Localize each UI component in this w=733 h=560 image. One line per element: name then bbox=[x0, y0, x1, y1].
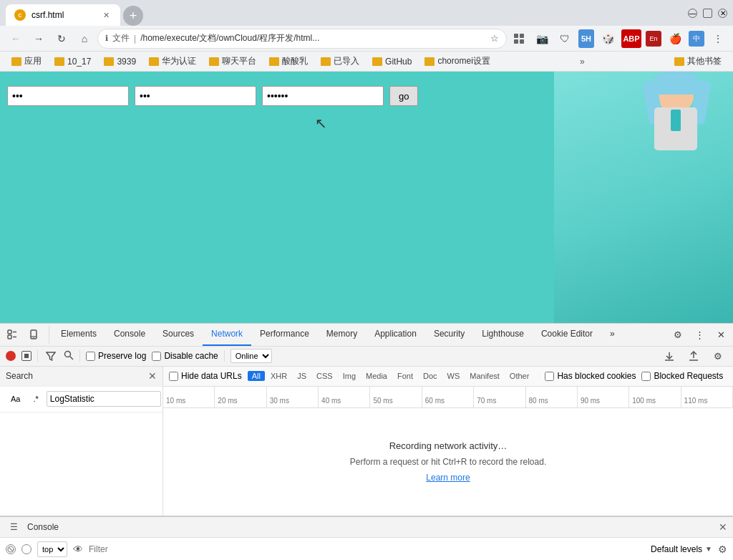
hide-data-urls-input[interactable] bbox=[169, 372, 178, 381]
network-settings-button[interactable]: ⚙ bbox=[709, 347, 727, 365]
devtools-device-button[interactable] bbox=[24, 325, 43, 344]
console-escape-button[interactable]: ☰ bbox=[6, 519, 21, 535]
bookmark-github[interactable]: GitHub bbox=[366, 55, 417, 68]
bookmark-10-17[interactable]: 10_17 bbox=[49, 55, 97, 68]
back-button[interactable]: ← bbox=[6, 29, 26, 49]
tab-more[interactable]: » bbox=[601, 323, 623, 346]
console-filter-input[interactable] bbox=[89, 541, 645, 557]
bookmark-other[interactable]: 其他书签 bbox=[669, 54, 727, 69]
tab-sources[interactable]: Sources bbox=[154, 323, 203, 346]
tab-close-button[interactable]: ✕ bbox=[100, 9, 112, 21]
ext-4-icon[interactable]: ABP bbox=[621, 29, 641, 48]
record-button[interactable] bbox=[6, 351, 16, 361]
star-icon[interactable]: ☆ bbox=[490, 33, 499, 44]
stop-button[interactable] bbox=[21, 351, 31, 361]
console-close-button[interactable]: ✕ bbox=[719, 521, 727, 533]
search-panel-close[interactable]: ✕ bbox=[148, 370, 157, 382]
new-tab-button[interactable]: + bbox=[123, 6, 143, 26]
forward-button[interactable]: → bbox=[29, 29, 49, 49]
tick-70ms: 70 ms bbox=[474, 387, 525, 407]
search-input[interactable] bbox=[47, 391, 161, 407]
console-eye-icon[interactable]: 👁 bbox=[73, 544, 83, 555]
has-blocked-cookies-checkbox[interactable]: Has blocked cookies bbox=[545, 371, 636, 381]
tab-performance[interactable]: Performance bbox=[251, 323, 318, 346]
filter-css[interactable]: CSS bbox=[312, 371, 337, 381]
bookmark-chrome-settings[interactable]: choromei设置 bbox=[419, 54, 495, 69]
ext-5h-icon[interactable]: 5H bbox=[578, 29, 594, 48]
form-input-1[interactable] bbox=[7, 86, 129, 106]
reload-button[interactable]: ↻ bbox=[52, 29, 72, 49]
folder-icon bbox=[104, 57, 114, 66]
tab-bar: C csrf.html ✕ + bbox=[6, 0, 143, 26]
console-context-select[interactable]: top bbox=[37, 541, 67, 557]
regex-button[interactable]: .* bbox=[28, 392, 43, 405]
export-button[interactable] bbox=[684, 347, 703, 365]
bookmark-imported[interactable]: 已导入 bbox=[315, 54, 365, 69]
tab-application[interactable]: Application bbox=[366, 323, 425, 346]
devtools-more-button[interactable]: ⋮ bbox=[690, 325, 709, 344]
filter-other[interactable]: Other bbox=[505, 371, 534, 381]
tab-network[interactable]: Network bbox=[203, 323, 251, 346]
disable-cache-input[interactable] bbox=[152, 352, 161, 361]
maximize-button[interactable] bbox=[703, 9, 712, 18]
tab-cookie-editor[interactable]: Cookie Editor bbox=[533, 323, 601, 346]
preserve-log-input[interactable] bbox=[86, 352, 95, 361]
tab-memory[interactable]: Memory bbox=[318, 323, 366, 346]
filter-font[interactable]: Font bbox=[393, 371, 417, 381]
ext-6-icon[interactable]: 🍎 bbox=[666, 29, 684, 48]
filter-doc[interactable]: Doc bbox=[419, 371, 442, 381]
throttling-select[interactable]: Online bbox=[230, 349, 272, 363]
filter-ws[interactable]: WS bbox=[443, 371, 465, 381]
console-stop-button[interactable] bbox=[21, 544, 31, 554]
form-input-3[interactable] bbox=[262, 86, 384, 106]
active-tab[interactable]: C csrf.html ✕ bbox=[6, 4, 120, 26]
bookmarks-more-button[interactable]: » bbox=[576, 55, 589, 68]
has-blocked-cookies-input[interactable] bbox=[545, 372, 554, 381]
bookmark-suansuanru[interactable]: 酸酸乳 bbox=[263, 54, 314, 69]
match-case-button[interactable]: Aa bbox=[6, 392, 25, 405]
filter-all[interactable]: All bbox=[248, 371, 265, 381]
devtools-inspect-button[interactable] bbox=[3, 325, 21, 344]
bookmark-huawei[interactable]: 华为认证 bbox=[143, 54, 202, 69]
learn-more-link[interactable]: Learn more bbox=[426, 473, 470, 483]
blocked-requests-checkbox[interactable]: Blocked Requests bbox=[641, 371, 723, 381]
devtools-close-button[interactable]: ✕ bbox=[712, 325, 730, 344]
ext-more-icon[interactable]: ⋮ bbox=[709, 29, 727, 48]
ext-2-icon[interactable]: 🛡 bbox=[555, 29, 574, 48]
console-clear-button[interactable] bbox=[6, 544, 16, 554]
bookmark-3939[interactable]: 3939 bbox=[98, 55, 142, 68]
filter-js[interactable]: JS bbox=[293, 371, 311, 381]
tab-console[interactable]: Console bbox=[105, 323, 154, 346]
ext-7-icon[interactable]: 中 bbox=[689, 31, 704, 47]
bookmark-apps[interactable]: 应用 bbox=[6, 54, 47, 69]
form-input-2[interactable] bbox=[135, 86, 256, 106]
bookmark-chat[interactable]: 聊天平台 bbox=[203, 54, 262, 69]
search-icon[interactable] bbox=[64, 350, 74, 362]
import-button[interactable] bbox=[660, 347, 679, 365]
console-gear-icon[interactable]: ⚙ bbox=[718, 544, 727, 555]
filter-icon[interactable] bbox=[44, 349, 58, 363]
tick-20ms: 20 ms bbox=[215, 387, 266, 407]
close-window-button[interactable]: ✕ bbox=[718, 9, 727, 18]
devtools-settings-button[interactable]: ⚙ bbox=[669, 325, 687, 344]
address-bar[interactable]: ℹ 文件 | /home/execute/文档/ownCloud/程序开发/ht… bbox=[97, 29, 507, 49]
ext-1-icon[interactable]: 📷 bbox=[533, 29, 551, 48]
blocked-requests-input[interactable] bbox=[641, 372, 651, 381]
ext-3-icon[interactable]: 🎲 bbox=[598, 29, 617, 48]
go-button[interactable]: go bbox=[389, 86, 418, 106]
home-button[interactable]: ⌂ bbox=[74, 29, 94, 49]
filter-xhr[interactable]: XHR bbox=[266, 371, 291, 381]
ext-apps-icon[interactable] bbox=[510, 29, 528, 48]
svg-line-16 bbox=[70, 356, 74, 359]
tab-lighthouse[interactable]: Lighthouse bbox=[473, 323, 533, 346]
tab-security[interactable]: Security bbox=[425, 323, 473, 346]
filter-manifest[interactable]: Manifest bbox=[465, 371, 504, 381]
minimize-button[interactable]: — bbox=[688, 9, 697, 18]
hide-data-urls-checkbox[interactable]: Hide data URLs bbox=[169, 371, 242, 381]
disable-cache-checkbox[interactable]: Disable cache bbox=[152, 351, 218, 361]
filter-img[interactable]: Img bbox=[339, 371, 360, 381]
tab-elements[interactable]: Elements bbox=[52, 323, 105, 346]
ext-5-icon[interactable]: En bbox=[646, 31, 661, 47]
preserve-log-checkbox[interactable]: Preserve log bbox=[86, 351, 146, 361]
filter-media[interactable]: Media bbox=[361, 371, 392, 381]
